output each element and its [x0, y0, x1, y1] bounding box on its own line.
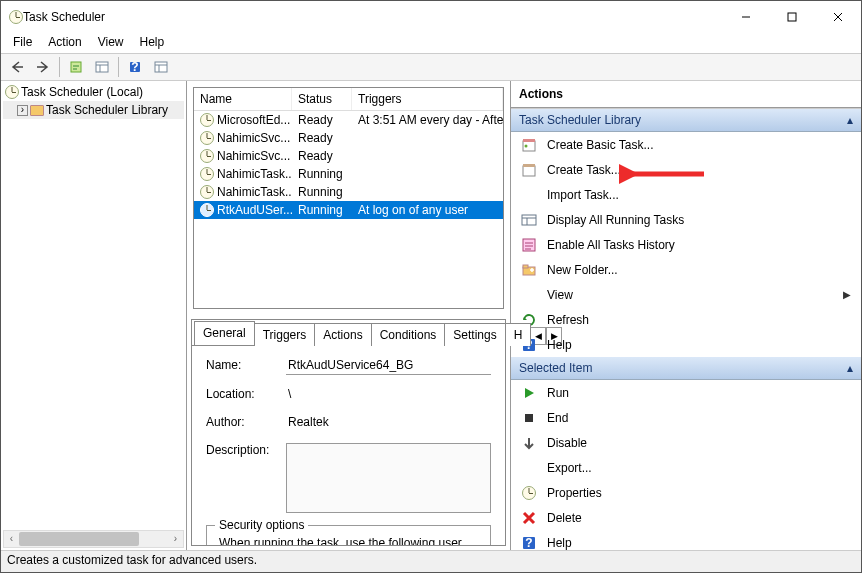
location-value: \: [286, 387, 491, 403]
menu-action[interactable]: Action: [40, 33, 89, 53]
action-end[interactable]: End: [511, 405, 861, 430]
task-row[interactable]: NahimicTask...Running: [194, 165, 503, 183]
task-triggers: At log on of any user: [352, 203, 503, 217]
clock-icon: [200, 185, 214, 199]
task-triggers: At 3:51 AM every day - After: [352, 113, 503, 127]
action-label: Import Task...: [547, 188, 851, 202]
action-label: End: [547, 411, 851, 425]
task-list[interactable]: Name Status Triggers MicrosoftEd...Ready…: [193, 87, 504, 309]
action-create-basic-task[interactable]: Create Basic Task...: [511, 132, 861, 157]
action-delete[interactable]: Delete: [511, 505, 861, 530]
actions-section-library[interactable]: Task Scheduler Library ▴: [511, 109, 861, 132]
minimize-button[interactable]: [723, 1, 769, 33]
menu-help[interactable]: Help: [132, 33, 173, 53]
help-icon: ?: [521, 535, 537, 551]
display-icon: [521, 212, 537, 228]
task-row[interactable]: NahimicSvc...Ready: [194, 129, 503, 147]
col-status[interactable]: Status: [292, 88, 352, 110]
action-label: Run: [547, 386, 851, 400]
svg-rect-23: [523, 265, 528, 268]
action-run[interactable]: Run: [511, 380, 861, 405]
tab-h[interactable]: H: [505, 323, 532, 346]
col-name[interactable]: Name: [194, 88, 292, 110]
action-help[interactable]: ?Help: [511, 332, 861, 357]
close-button[interactable]: [815, 1, 861, 33]
action-refresh[interactable]: Refresh: [511, 307, 861, 332]
action-display-all-running-tasks[interactable]: Display All Running Tasks: [511, 207, 861, 232]
back-button[interactable]: [5, 56, 29, 78]
tab-conditions[interactable]: Conditions: [371, 323, 446, 346]
collapse-icon[interactable]: ▴: [847, 113, 853, 127]
svg-rect-17: [523, 164, 535, 167]
end-icon: [521, 410, 537, 426]
tab-triggers[interactable]: Triggers: [254, 323, 316, 346]
col-triggers[interactable]: Triggers: [352, 88, 503, 110]
task-row[interactable]: MicrosoftEd...ReadyAt 3:51 AM every day …: [194, 111, 503, 129]
menu-file[interactable]: File: [5, 33, 40, 53]
forward-button[interactable]: [31, 56, 55, 78]
menu-view[interactable]: View: [90, 33, 132, 53]
clock-icon: [200, 167, 214, 181]
action-export[interactable]: Export...: [511, 455, 861, 480]
svg-rect-14: [523, 139, 535, 142]
task-name: NahimicSvc...: [217, 149, 290, 163]
action-enable-all-tasks-history[interactable]: Enable All Tasks History: [511, 232, 861, 257]
author-label: Author:: [206, 415, 286, 431]
tab-general[interactable]: General: [194, 321, 255, 345]
actions-pane: Actions Task Scheduler Library ▴ Create …: [511, 81, 861, 550]
action-disable[interactable]: Disable: [511, 430, 861, 455]
action-label: New Folder...: [547, 263, 851, 277]
svg-text:?: ?: [131, 60, 138, 74]
expand-icon[interactable]: ›: [17, 105, 28, 116]
task-name: NahimicSvc...: [217, 131, 290, 145]
svg-rect-4: [71, 62, 81, 72]
actions-section-selected[interactable]: Selected Item ▴: [511, 357, 861, 380]
tab-settings[interactable]: Settings: [444, 323, 505, 346]
view-button-1[interactable]: [90, 56, 114, 78]
action-properties[interactable]: Properties: [511, 480, 861, 505]
blank-icon: [521, 287, 537, 303]
description-box[interactable]: [286, 443, 491, 513]
view-button-2[interactable]: [149, 56, 173, 78]
action-label: Display All Running Tasks: [547, 213, 851, 227]
properties-button[interactable]: [64, 56, 88, 78]
folder-icon: [30, 105, 44, 116]
task-row[interactable]: RtkAudUSer...RunningAt log on of any use…: [194, 201, 503, 219]
run-icon: [521, 385, 537, 401]
action-label: Enable All Tasks History: [547, 238, 851, 252]
tree-scrollbar[interactable]: ‹›: [3, 530, 184, 548]
tree-root[interactable]: Task Scheduler (Local): [3, 83, 184, 101]
name-value[interactable]: RtkAudUService64_BG: [286, 358, 491, 375]
clock-icon: [5, 85, 19, 99]
app-icon: [9, 10, 23, 24]
tree-pane[interactable]: Task Scheduler (Local) › Task Scheduler …: [1, 81, 187, 550]
task-icon: [521, 162, 537, 178]
action-view[interactable]: View▶: [511, 282, 861, 307]
action-label: Create Basic Task...: [547, 138, 851, 152]
task-row[interactable]: NahimicTask...Running: [194, 183, 503, 201]
enable-icon: [521, 237, 537, 253]
svg-rect-10: [155, 62, 167, 72]
svg-rect-18: [522, 215, 536, 225]
blank-icon: [521, 187, 537, 203]
action-label: Create Task...: [547, 163, 851, 177]
help-button[interactable]: ?: [123, 56, 147, 78]
maximize-button[interactable]: [769, 1, 815, 33]
clock-icon: [200, 203, 214, 217]
task-row[interactable]: NahimicSvc...Ready: [194, 147, 503, 165]
action-label: View: [547, 288, 833, 302]
security-text: When running the task, use the following…: [219, 536, 478, 545]
collapse-icon[interactable]: ▴: [847, 361, 853, 375]
action-new-folder[interactable]: New Folder...: [511, 257, 861, 282]
tree-library[interactable]: › Task Scheduler Library: [3, 101, 184, 119]
tree-library-label: Task Scheduler Library: [46, 103, 168, 117]
disable-icon: [521, 435, 537, 451]
action-create-task[interactable]: Create Task...: [511, 157, 861, 182]
menu-bar: File Action View Help: [1, 33, 861, 53]
action-help[interactable]: ?Help: [511, 530, 861, 550]
action-import-task[interactable]: Import Task...: [511, 182, 861, 207]
tab-actions[interactable]: Actions: [314, 323, 371, 346]
svg-point-15: [525, 144, 528, 147]
task-name: MicrosoftEd...: [217, 113, 290, 127]
task-status: Ready: [292, 113, 352, 127]
